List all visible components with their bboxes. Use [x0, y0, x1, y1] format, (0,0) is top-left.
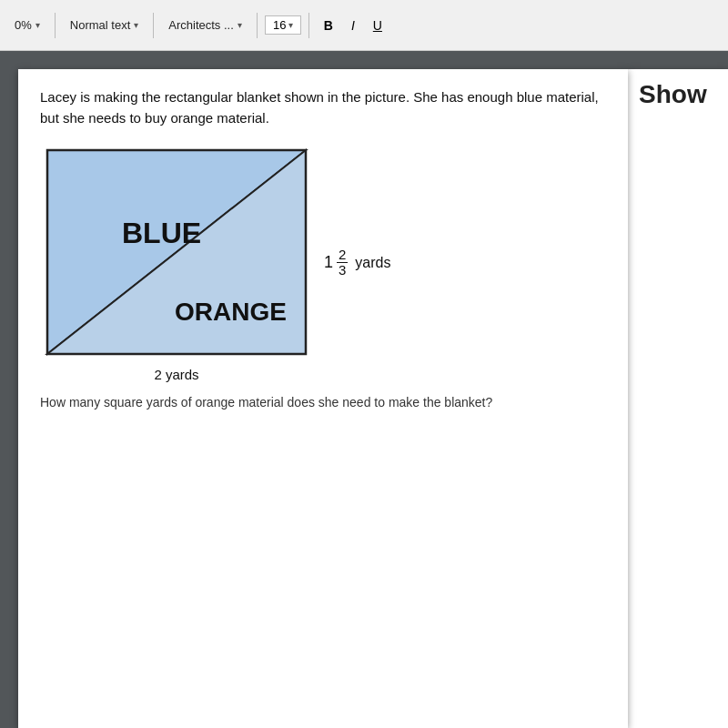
problem-intro: Lacey is making the rectangular blanket … — [40, 87, 606, 128]
show-label: Show — [639, 80, 707, 108]
zoom-arrow: ▾ — [35, 20, 40, 30]
bottom-dimension-label: 2 yards — [154, 367, 198, 382]
font-label: Architects ... — [168, 18, 234, 32]
divider-2 — [153, 13, 154, 38]
divider-1 — [55, 13, 56, 38]
font-size-arrow: ▾ — [288, 20, 293, 30]
font-size-value: 16 — [273, 18, 286, 32]
divider-4 — [308, 13, 309, 38]
font-size-dropdown[interactable]: 16 ▾ — [265, 15, 301, 35]
right-panel: Show — [628, 69, 728, 728]
svg-text:ORANGE: ORANGE — [175, 298, 287, 326]
document-page: Lacey is making the rectangular blanket … — [18, 69, 628, 728]
zoom-value: 0% — [15, 18, 32, 32]
underline-button[interactable]: U — [366, 15, 389, 36]
content-area: Lacey is making the rectangular blanket … — [0, 51, 728, 728]
text-style-label: Normal text — [70, 18, 130, 32]
side-measurement: 1 2 3 yards — [324, 248, 390, 278]
svg-text:BLUE: BLUE — [122, 217, 201, 249]
side-whole: 1 — [324, 253, 333, 272]
divider-3 — [257, 13, 258, 38]
side-unit: yards — [355, 255, 390, 271]
question-text: How many square yards of orange material… — [40, 393, 606, 412]
bold-button[interactable]: B — [317, 15, 340, 36]
text-style-dropdown[interactable]: Normal text ▾ — [63, 15, 146, 35]
diagram-container: BLUE ORANGE 2 yards 1 2 3 yards — [40, 143, 606, 382]
toolbar: 0% ▾ Normal text ▾ Architects ... ▾ 16 ▾… — [0, 0, 728, 51]
side-dimension: 1 2 3 yards — [324, 248, 390, 278]
italic-button[interactable]: I — [344, 15, 362, 36]
style-arrow: ▾ — [134, 20, 138, 30]
side-fraction: 2 3 — [337, 248, 348, 278]
fraction-numerator: 2 — [337, 248, 348, 264]
diagram-wrap: BLUE ORANGE 2 yards — [40, 143, 313, 382]
fraction-denominator: 3 — [337, 263, 348, 278]
zoom-control[interactable]: 0% ▾ — [7, 15, 47, 35]
blanket-diagram: BLUE ORANGE — [40, 143, 313, 361]
font-dropdown[interactable]: Architects ... ▾ — [161, 15, 249, 35]
font-arrow: ▾ — [238, 20, 242, 30]
